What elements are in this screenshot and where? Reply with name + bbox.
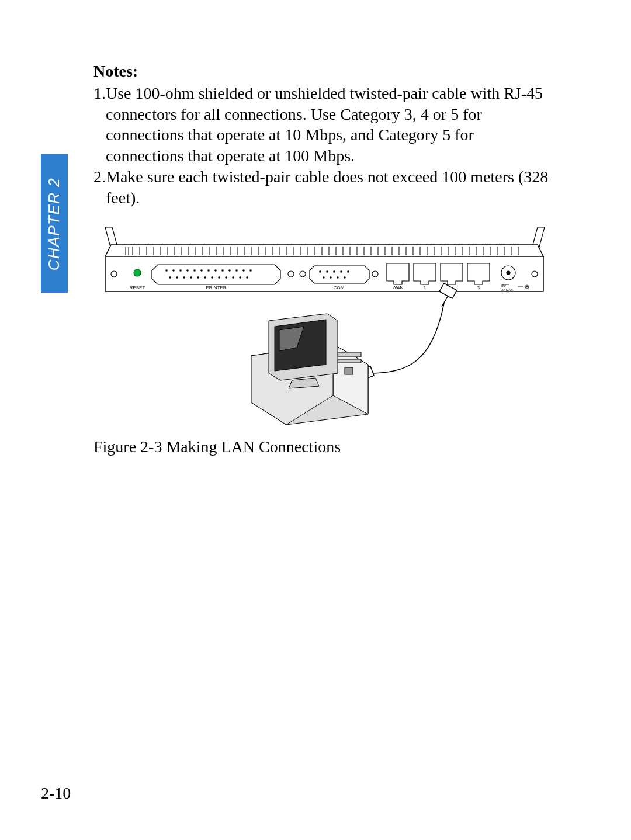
svg-point-100: [348, 271, 349, 272]
svg-point-104: [344, 277, 345, 278]
label-wan: WAN: [393, 285, 404, 290]
svg-point-91: [233, 277, 234, 278]
svg-point-89: [219, 277, 220, 278]
note-number: 1.: [93, 83, 106, 166]
svg-point-79: [236, 270, 237, 271]
label-com: COM: [334, 285, 345, 290]
chapter-tab: CHAPTER 2: [41, 154, 68, 293]
svg-point-87: [204, 277, 206, 278]
label-reset: RESET: [130, 285, 145, 290]
svg-point-81: [250, 270, 251, 271]
svg-point-86: [197, 277, 199, 278]
svg-point-98: [334, 271, 335, 272]
main-content: Notes: 1. Use 100-ohm shielded or unshie…: [93, 61, 549, 457]
label-lan3: 3: [477, 285, 480, 290]
figure: RESET PRINTER COM WAN 1 3 5V 2A MAX: [93, 227, 549, 457]
svg-point-82: [169, 277, 171, 278]
svg-marker-6: [105, 245, 543, 256]
svg-line-114: [442, 296, 448, 307]
svg-rect-121: [345, 367, 353, 374]
svg-point-97: [327, 271, 328, 272]
svg-point-72: [187, 270, 188, 271]
svg-point-94: [288, 271, 294, 277]
svg-rect-119: [338, 352, 361, 357]
note-number: 2.: [93, 166, 106, 209]
svg-point-76: [215, 270, 216, 271]
label-lan1: 1: [424, 285, 427, 290]
notes-heading: Notes:: [93, 61, 549, 82]
svg-point-90: [226, 277, 227, 278]
computer-icon: [251, 314, 368, 425]
svg-point-92: [240, 277, 241, 278]
svg-point-66: [111, 271, 117, 277]
svg-point-102: [330, 277, 331, 278]
svg-point-74: [201, 270, 202, 271]
label-printer: PRINTER: [206, 285, 226, 290]
svg-point-70: [173, 270, 174, 271]
svg-point-105: [372, 271, 378, 277]
svg-rect-120: [338, 359, 361, 363]
note-text: Use 100-ohm shielded or unshielded twist…: [106, 83, 549, 166]
svg-point-71: [180, 270, 181, 271]
svg-point-112: [526, 286, 528, 287]
router-lan-diagram: RESET PRINTER COM WAN 1 3 5V 2A MAX: [93, 227, 549, 426]
svg-point-107: [507, 271, 510, 275]
svg-point-99: [341, 271, 342, 272]
svg-point-77: [222, 270, 223, 271]
page-number: 2-10: [41, 784, 71, 803]
svg-point-80: [243, 270, 244, 271]
svg-point-103: [337, 277, 338, 278]
note-item: 1. Use 100-ohm shielded or unshielded tw…: [93, 83, 549, 166]
svg-point-95: [300, 271, 306, 277]
svg-point-68: [134, 269, 141, 276]
note-item: 2. Make sure each twisted-pair cable doe…: [93, 166, 549, 209]
svg-point-67: [532, 271, 538, 277]
note-text: Make sure each twisted-pair cable does n…: [106, 166, 549, 209]
svg-point-75: [208, 270, 209, 271]
svg-point-88: [212, 277, 213, 278]
svg-point-101: [323, 277, 324, 278]
svg-point-84: [183, 277, 185, 278]
svg-point-96: [320, 271, 321, 272]
svg-point-73: [194, 270, 195, 271]
svg-point-83: [176, 277, 178, 278]
chapter-tab-label: CHAPTER 2: [46, 177, 64, 270]
svg-point-69: [166, 270, 167, 271]
svg-point-85: [190, 277, 192, 278]
svg-point-93: [247, 277, 248, 278]
label-power-2amax: 2A MAX: [501, 288, 513, 291]
svg-point-78: [229, 270, 230, 271]
figure-caption: Figure 2-3 Making LAN Connections: [93, 436, 549, 457]
document-page: CHAPTER 2 Notes: 1. Use 100-ohm shielded…: [0, 0, 631, 840]
